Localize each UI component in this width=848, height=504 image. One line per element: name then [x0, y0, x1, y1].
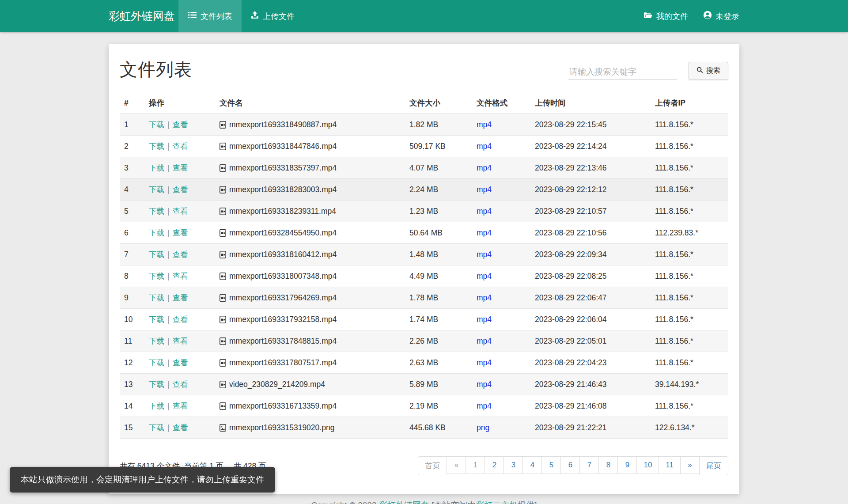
folder-open-icon [644, 11, 653, 21]
page-button[interactable]: 3 [504, 456, 523, 474]
download-link[interactable]: 下载 [149, 293, 164, 302]
table-row: 4下载|查看 mmexport1693318283003.mp42.24 MBm… [120, 179, 728, 201]
view-link[interactable]: 查看 [173, 250, 188, 259]
format-link[interactable]: mp4 [477, 358, 492, 367]
my-files-link[interactable]: 我的文件 [644, 11, 688, 22]
site-link[interactable]: 彩虹外链网盘 [379, 500, 429, 504]
download-link[interactable]: 下载 [149, 402, 164, 410]
download-link[interactable]: 下载 [149, 358, 164, 367]
file-name: mmexport1693318283003.mp4 [229, 185, 337, 194]
view-link[interactable]: 查看 [173, 163, 188, 172]
page-button[interactable]: 尾页 [699, 456, 728, 475]
format-link[interactable]: mp4 [477, 228, 492, 237]
row-upload-time: 2023-08-29 22:05:01 [530, 330, 651, 352]
brand-logo[interactable]: 彩虹外链网盘 [109, 0, 175, 32]
row-format: mp4 [472, 352, 530, 374]
nav-tab-upload[interactable]: 上传文件 [242, 0, 304, 32]
download-link[interactable]: 下载 [149, 207, 164, 216]
file-name: mmexport1693317807517.mp4 [229, 358, 337, 368]
file-name-cell: mmexport1693318160412.mp4 [220, 250, 401, 259]
main-content: 文件列表 搜索 # 操作 文件名 文件大小 文件格式 [109, 44, 739, 504]
file-name: mmexport1693317932158.mp4 [229, 315, 337, 324]
file-name: mmexport1693316713359.mp4 [229, 402, 337, 411]
view-link[interactable]: 查看 [173, 120, 188, 129]
format-link[interactable]: mp4 [477, 163, 492, 172]
row-index: 2 [120, 136, 144, 157]
page-button[interactable]: 9 [617, 456, 637, 474]
view-link[interactable]: 查看 [173, 337, 188, 345]
host-link[interactable]: 彩虹云主机 [476, 500, 518, 504]
nav-tab-file-list[interactable]: 文件列表 [178, 0, 242, 32]
page-button[interactable]: 11 [659, 456, 681, 474]
pagination-item: « [447, 456, 466, 475]
download-link[interactable]: 下载 [149, 380, 164, 389]
format-link[interactable]: png [477, 423, 489, 432]
format-link[interactable]: mp4 [477, 272, 492, 280]
download-link[interactable]: 下载 [149, 228, 164, 237]
download-link[interactable]: 下载 [149, 250, 164, 259]
format-link[interactable]: mp4 [477, 293, 492, 302]
download-link[interactable]: 下载 [149, 272, 164, 280]
pagination-item: » [681, 456, 700, 475]
file-video-icon [220, 381, 226, 388]
row-filename: mmexport1693318490887.mp4 [215, 114, 405, 136]
row-index: 11 [120, 330, 144, 352]
view-link[interactable]: 查看 [173, 207, 188, 216]
row-format: mp4 [472, 287, 530, 309]
file-name-cell: mmexport1693317848815.mp4 [220, 337, 401, 346]
row-actions: 下载|查看 [144, 352, 215, 374]
format-link[interactable]: mp4 [477, 315, 492, 324]
demo-notice-toast: 本站只做演示使用，会定期清理用户上传文件，请勿上传重要文件 [10, 467, 275, 493]
format-link[interactable]: mp4 [477, 402, 492, 410]
download-link[interactable]: 下载 [149, 163, 164, 172]
search-button[interactable]: 搜索 [689, 62, 728, 80]
view-link[interactable]: 查看 [173, 358, 188, 367]
col-uploader-ip: 上传者IP [651, 92, 728, 114]
search-input[interactable] [568, 64, 677, 80]
view-link[interactable]: 查看 [173, 228, 188, 237]
view-link[interactable]: 查看 [173, 272, 188, 280]
page-button[interactable]: 2 [485, 456, 504, 474]
login-status-link[interactable]: 未登录 [703, 11, 739, 22]
view-link[interactable]: 查看 [173, 142, 188, 151]
file-video-icon [220, 402, 226, 410]
view-link[interactable]: 查看 [173, 380, 188, 389]
file-video-icon [220, 208, 226, 215]
page-button[interactable]: 6 [560, 456, 580, 474]
page-button[interactable]: 10 [636, 456, 659, 474]
download-link[interactable]: 下载 [149, 120, 164, 129]
format-link[interactable]: mp4 [477, 250, 492, 259]
download-link[interactable]: 下载 [149, 337, 164, 345]
view-link[interactable]: 查看 [173, 315, 188, 324]
page-button[interactable]: 5 [541, 456, 561, 474]
page-button[interactable]: 8 [598, 456, 618, 474]
download-link[interactable]: 下载 [149, 315, 164, 324]
search-icon [697, 67, 703, 75]
download-link[interactable]: 下载 [149, 185, 164, 194]
format-link[interactable]: mp4 [477, 337, 492, 345]
view-link[interactable]: 查看 [173, 402, 188, 410]
download-link[interactable]: 下载 [149, 423, 164, 432]
view-link[interactable]: 查看 [173, 293, 188, 302]
row-index: 4 [120, 179, 144, 201]
file-name-cell: mmexport1693318007348.mp4 [220, 272, 401, 281]
format-link[interactable]: mp4 [477, 142, 492, 151]
format-link[interactable]: mp4 [477, 380, 492, 389]
table-row: 6下载|查看 mmexport1693284554950.mp450.64 MB… [120, 222, 728, 244]
view-link[interactable]: 查看 [173, 185, 188, 194]
row-format: mp4 [472, 330, 530, 352]
format-link[interactable]: mp4 [477, 207, 492, 216]
page-button[interactable]: » [680, 456, 700, 474]
action-separator: | [164, 272, 173, 280]
download-link[interactable]: 下载 [149, 142, 164, 151]
view-link[interactable]: 查看 [173, 423, 188, 432]
file-video-icon [220, 121, 226, 129]
file-name: mmexport1693318160412.mp4 [229, 250, 337, 259]
pagination: 首页«1234567891011»尾页 [418, 456, 728, 475]
format-link[interactable]: mp4 [477, 185, 492, 194]
table-row: 10下载|查看 mmexport1693317932158.mp41.74 MB… [120, 309, 728, 330]
format-link[interactable]: mp4 [477, 120, 492, 129]
page-button[interactable]: 7 [579, 456, 599, 474]
row-filesize: 4.49 MB [405, 265, 472, 287]
page-button[interactable]: 4 [522, 456, 542, 474]
